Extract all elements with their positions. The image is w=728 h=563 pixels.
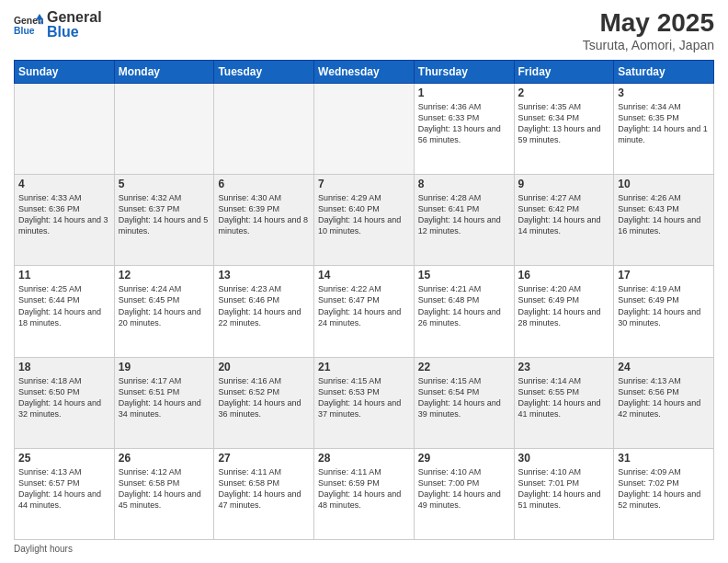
empty-cell [15,83,115,174]
weekday-thursday: Thursday [414,60,514,83]
day-cell-31: 31Sunrise: 4:09 AMSunset: 7:02 PMDayligh… [614,448,714,539]
day-cell-24: 24Sunrise: 4:13 AMSunset: 6:56 PMDayligh… [614,357,714,448]
month-year: May 2025 [583,9,714,38]
day-number: 28 [318,452,410,465]
day-cell-17: 17Sunrise: 4:19 AMSunset: 6:49 PMDayligh… [614,266,714,357]
day-number: 17 [618,269,710,282]
empty-cell [214,83,314,174]
week-row-4: 18Sunrise: 4:18 AMSunset: 6:50 PMDayligh… [15,357,714,448]
day-info: Sunrise: 4:21 AMSunset: 6:48 PMDaylight:… [418,283,510,328]
weekday-tuesday: Tuesday [214,60,314,83]
day-number: 16 [518,269,610,282]
footer-note: Daylight hours [14,544,714,554]
day-cell-5: 5Sunrise: 4:32 AMSunset: 6:37 PMDaylight… [114,175,214,266]
week-row-2: 4Sunrise: 4:33 AMSunset: 6:36 PMDaylight… [15,175,714,266]
day-info: Sunrise: 4:27 AMSunset: 6:42 PMDaylight:… [518,192,610,237]
day-cell-4: 4Sunrise: 4:33 AMSunset: 6:36 PMDaylight… [15,175,115,266]
day-cell-19: 19Sunrise: 4:17 AMSunset: 6:51 PMDayligh… [114,357,214,448]
day-cell-6: 6Sunrise: 4:30 AMSunset: 6:39 PMDaylight… [214,175,314,266]
day-cell-21: 21Sunrise: 4:15 AMSunset: 6:53 PMDayligh… [314,357,415,448]
weekday-wednesday: Wednesday [314,60,415,83]
day-number: 11 [18,269,110,282]
day-cell-15: 15Sunrise: 4:21 AMSunset: 6:48 PMDayligh… [414,266,514,357]
day-number: 9 [518,178,610,190]
day-info: Sunrise: 4:11 AMSunset: 6:58 PMDaylight:… [218,466,310,511]
day-info: Sunrise: 4:16 AMSunset: 6:52 PMDaylight:… [218,375,310,420]
day-info: Sunrise: 4:15 AMSunset: 6:54 PMDaylight:… [418,375,510,420]
day-info: Sunrise: 4:19 AMSunset: 6:49 PMDaylight:… [618,283,710,328]
day-info: Sunrise: 4:34 AMSunset: 6:35 PMDaylight:… [618,101,710,146]
day-info: Sunrise: 4:11 AMSunset: 6:59 PMDaylight:… [318,466,410,511]
day-info: Sunrise: 4:30 AMSunset: 6:39 PMDaylight:… [218,192,310,237]
day-cell-22: 22Sunrise: 4:15 AMSunset: 6:54 PMDayligh… [414,357,514,448]
calendar-table: SundayMondayTuesdayWednesdayThursdayFrid… [14,60,714,540]
day-info: Sunrise: 4:36 AMSunset: 6:33 PMDaylight:… [418,101,510,146]
day-number: 29 [418,452,510,465]
week-row-3: 11Sunrise: 4:25 AMSunset: 6:44 PMDayligh… [15,266,714,357]
day-number: 12 [119,269,210,282]
day-cell-30: 30Sunrise: 4:10 AMSunset: 7:01 PMDayligh… [514,448,614,539]
day-number: 30 [518,452,610,465]
day-number: 25 [18,452,110,465]
day-number: 15 [418,269,510,282]
title-block: May 2025 Tsuruta, Aomori, Japan [583,9,714,52]
day-info: Sunrise: 4:28 AMSunset: 6:41 PMDaylight:… [418,192,510,237]
day-cell-14: 14Sunrise: 4:22 AMSunset: 6:47 PMDayligh… [314,266,415,357]
day-info: Sunrise: 4:17 AMSunset: 6:51 PMDaylight:… [119,375,210,420]
day-cell-11: 11Sunrise: 4:25 AMSunset: 6:44 PMDayligh… [15,266,115,357]
day-cell-16: 16Sunrise: 4:20 AMSunset: 6:49 PMDayligh… [514,266,614,357]
day-number: 31 [618,452,710,465]
weekday-header: SundayMondayTuesdayWednesdayThursdayFrid… [15,60,714,83]
day-info: Sunrise: 4:10 AMSunset: 7:00 PMDaylight:… [418,466,510,511]
day-number: 5 [119,178,210,190]
page: General Blue General Blue May 2025 Tsuru… [0,0,728,563]
day-cell-12: 12Sunrise: 4:24 AMSunset: 6:45 PMDayligh… [114,266,214,357]
day-number: 27 [218,452,310,465]
day-cell-7: 7Sunrise: 4:29 AMSunset: 6:40 PMDaylight… [314,175,415,266]
day-info: Sunrise: 4:35 AMSunset: 6:34 PMDaylight:… [518,101,610,146]
day-number: 6 [218,178,310,190]
day-cell-2: 2Sunrise: 4:35 AMSunset: 6:34 PMDaylight… [514,83,614,174]
day-cell-8: 8Sunrise: 4:28 AMSunset: 6:41 PMDaylight… [414,175,514,266]
weekday-sunday: Sunday [15,60,115,83]
day-cell-28: 28Sunrise: 4:11 AMSunset: 6:59 PMDayligh… [314,448,415,539]
day-cell-9: 9Sunrise: 4:27 AMSunset: 6:42 PMDaylight… [514,175,614,266]
day-info: Sunrise: 4:24 AMSunset: 6:45 PMDaylight:… [119,283,210,328]
day-info: Sunrise: 4:26 AMSunset: 6:43 PMDaylight:… [618,192,710,237]
day-cell-13: 13Sunrise: 4:23 AMSunset: 6:46 PMDayligh… [214,266,314,357]
day-cell-3: 3Sunrise: 4:34 AMSunset: 6:35 PMDaylight… [614,83,714,174]
logo: General Blue General Blue [14,9,102,40]
weekday-friday: Friday [514,60,614,83]
day-info: Sunrise: 4:20 AMSunset: 6:49 PMDaylight:… [518,283,610,328]
day-cell-26: 26Sunrise: 4:12 AMSunset: 6:58 PMDayligh… [114,448,214,539]
day-cell-29: 29Sunrise: 4:10 AMSunset: 7:00 PMDayligh… [414,448,514,539]
day-info: Sunrise: 4:33 AMSunset: 6:36 PMDaylight:… [18,192,110,237]
header: General Blue General Blue May 2025 Tsuru… [14,9,714,52]
day-info: Sunrise: 4:29 AMSunset: 6:40 PMDaylight:… [318,192,410,237]
day-info: Sunrise: 4:15 AMSunset: 6:53 PMDaylight:… [318,375,410,420]
calendar-body: 1Sunrise: 4:36 AMSunset: 6:33 PMDaylight… [15,83,714,539]
empty-cell [114,83,214,174]
day-info: Sunrise: 4:12 AMSunset: 6:58 PMDaylight:… [119,466,210,511]
day-number: 24 [618,361,710,373]
empty-cell [314,83,415,174]
day-info: Sunrise: 4:09 AMSunset: 7:02 PMDaylight:… [618,466,710,511]
day-number: 4 [18,178,110,190]
logo-blue: Blue [47,24,102,40]
day-number: 1 [418,86,510,99]
day-number: 20 [218,361,310,373]
day-cell-20: 20Sunrise: 4:16 AMSunset: 6:52 PMDayligh… [214,357,314,448]
weekday-saturday: Saturday [614,60,714,83]
day-info: Sunrise: 4:13 AMSunset: 6:57 PMDaylight:… [18,466,110,511]
day-number: 26 [119,452,210,465]
day-info: Sunrise: 4:23 AMSunset: 6:46 PMDaylight:… [218,283,310,328]
day-info: Sunrise: 4:22 AMSunset: 6:47 PMDaylight:… [318,283,410,328]
day-number: 14 [318,269,410,282]
day-cell-23: 23Sunrise: 4:14 AMSunset: 6:55 PMDayligh… [514,357,614,448]
day-number: 21 [318,361,410,373]
day-info: Sunrise: 4:14 AMSunset: 6:55 PMDaylight:… [518,375,610,420]
day-cell-25: 25Sunrise: 4:13 AMSunset: 6:57 PMDayligh… [15,448,115,539]
day-number: 23 [518,361,610,373]
day-cell-18: 18Sunrise: 4:18 AMSunset: 6:50 PMDayligh… [15,357,115,448]
day-cell-27: 27Sunrise: 4:11 AMSunset: 6:58 PMDayligh… [214,448,314,539]
